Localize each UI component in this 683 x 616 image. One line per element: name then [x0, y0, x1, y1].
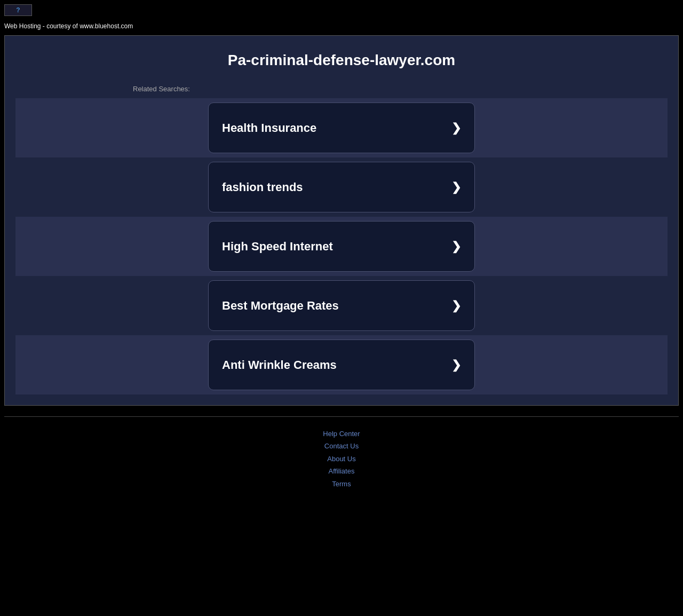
- search-row-band-2: High Speed Internet❯: [15, 217, 668, 276]
- footer-link-1[interactable]: Contact Us: [11, 440, 672, 452]
- hosting-notice: Web Hosting - courtesy of www.bluehost.c…: [0, 20, 683, 35]
- footer-link-0[interactable]: Help Center: [11, 428, 672, 440]
- search-row-band-4: Anti Wrinkle Creams❯: [15, 335, 668, 394]
- footer-link-3[interactable]: Affiliates: [11, 465, 672, 477]
- chevron-icon-3: ❯: [451, 299, 461, 313]
- search-items-container: Health Insurance❯fashion trends❯High Spe…: [5, 98, 678, 394]
- search-item-3[interactable]: Best Mortgage Rates❯: [208, 280, 475, 331]
- search-row-band-1: fashion trends❯: [15, 157, 668, 217]
- search-item-2[interactable]: High Speed Internet❯: [208, 221, 475, 272]
- search-item-4[interactable]: Anti Wrinkle Creams❯: [208, 339, 475, 390]
- chevron-icon-0: ❯: [451, 121, 461, 135]
- main-container: Pa-criminal-defense-lawyer.com Related S…: [4, 35, 679, 406]
- chevron-icon-2: ❯: [451, 240, 461, 254]
- question-icon: ?: [16, 6, 20, 14]
- footer: Help CenterContact UsAbout UsAffiliatesT…: [0, 417, 683, 501]
- search-row-band-3: Best Mortgage Rates❯: [15, 276, 668, 335]
- footer-link-4[interactable]: Terms: [11, 478, 672, 490]
- search-item-label-2: High Speed Internet: [222, 240, 333, 254]
- search-item-label-4: Anti Wrinkle Creams: [222, 358, 337, 372]
- search-item-0[interactable]: Health Insurance❯: [208, 102, 475, 153]
- search-item-label-1: fashion trends: [222, 180, 303, 194]
- top-bar: ?: [0, 0, 683, 20]
- search-row-band-0: Health Insurance❯: [15, 98, 668, 157]
- site-title: Pa-criminal-defense-lawyer.com: [5, 36, 678, 74]
- chevron-icon-1: ❯: [451, 180, 461, 194]
- search-item-label-0: Health Insurance: [222, 121, 316, 135]
- related-searches-label: Related Searches:: [5, 74, 678, 98]
- question-box[interactable]: ?: [4, 4, 32, 16]
- search-item-label-3: Best Mortgage Rates: [222, 299, 339, 313]
- footer-link-2[interactable]: About Us: [11, 453, 672, 465]
- chevron-icon-4: ❯: [451, 358, 461, 372]
- search-item-1[interactable]: fashion trends❯: [208, 162, 475, 212]
